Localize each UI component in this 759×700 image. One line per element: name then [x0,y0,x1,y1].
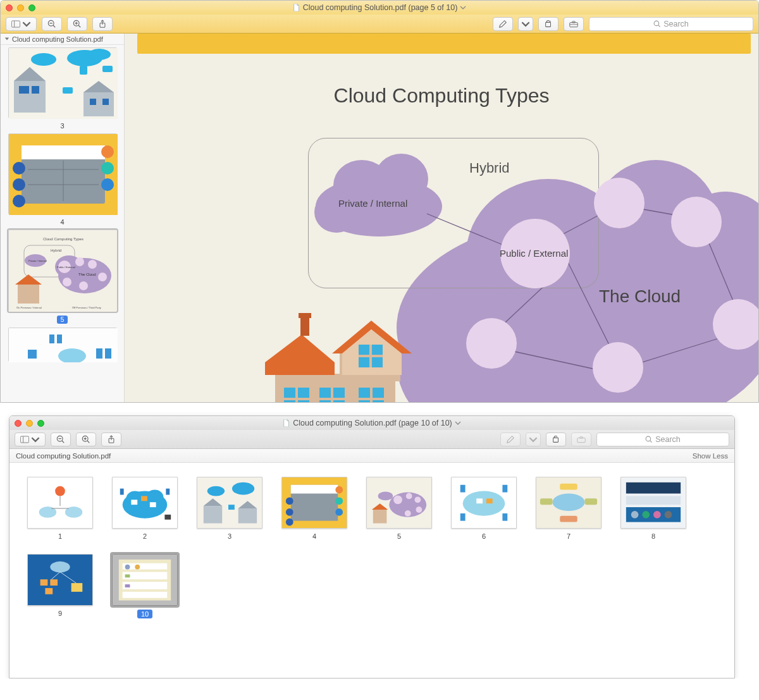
svg-rect-105 [20,436,28,442]
page-thumbnail-5[interactable]: Cloud Computing Types Hybrid Private / I… [8,230,117,312]
grid-label: 8 [651,532,655,540]
grid-thumb-9[interactable]: 9 [27,554,93,618]
grid-thumb-8[interactable]: 8 [620,477,686,540]
zoom-out-button[interactable] [42,17,62,31]
svg-marker-81 [265,335,335,375]
chevron-down-icon[interactable] [455,420,461,426]
svg-rect-30 [90,99,96,105]
svg-rect-67 [28,350,37,359]
page-canvas[interactable]: Cloud Computing Types [125,34,758,402]
svg-line-108 [62,441,64,443]
grid-label: 5 [397,532,401,540]
thumb-label-3: 3 [60,122,64,130]
grid-label: 7 [567,532,571,540]
page-thumbnail-6[interactable] [8,328,117,362]
svg-text:Public / External: Public / External [57,266,75,269]
share-button[interactable] [92,17,113,31]
page-thumbnail-3[interactable] [8,47,117,118]
search-icon [645,436,653,443]
page-thumbnail-4[interactable] [8,133,117,214]
svg-rect-176 [540,498,553,505]
svg-point-182 [631,511,639,519]
toolbox-button[interactable] [571,433,591,446]
svg-line-111 [87,441,89,443]
toolbox-button[interactable] [564,17,584,31]
zoom-icon[interactable] [37,420,44,427]
svg-point-187 [50,562,70,573]
svg-line-3 [53,25,55,27]
view-mode-button[interactable] [6,17,37,31]
svg-rect-191 [71,583,83,592]
zoom-out-button[interactable] [51,433,71,446]
share-button[interactable] [101,433,121,446]
svg-rect-133 [150,502,156,507]
titlebar[interactable]: Cloud computing Solution.pdf (page 10 of… [9,416,734,430]
grid-thumb-2[interactable]: 2 [112,477,178,540]
zoom-in-button[interactable] [76,433,96,446]
thumb-label-4: 4 [60,218,64,226]
markup-button[interactable] [493,17,513,31]
markup-dropdown-button[interactable] [526,433,541,446]
grid-thumb-7[interactable]: 7 [536,477,602,540]
grid-thumb-4[interactable]: 4 [281,477,347,540]
markup-button[interactable] [500,433,521,446]
titlebar[interactable]: Cloud computing Solution.pdf (page 5 of … [1,1,758,15]
grid-thumb-6[interactable]: 6 [451,477,517,540]
search-field[interactable]: Search [596,433,729,446]
private-label: Private / Internal [338,198,407,209]
svg-point-165 [463,491,505,516]
rotate-button[interactable] [538,17,558,31]
svg-point-152 [286,508,293,516]
window-title-text: Cloud computing Solution.pdf (page 5 of … [303,3,458,12]
svg-point-35 [101,145,114,158]
search-placeholder: Search [663,20,689,28]
traffic-lights [6,4,35,11]
close-icon[interactable] [6,4,13,11]
svg-line-16 [658,25,660,27]
search-field[interactable]: Search [589,17,753,31]
svg-point-36 [101,162,114,175]
grid-thumb-5[interactable]: 5 [366,477,432,540]
subbar-filename: Cloud computing Solution.pdf [16,452,111,460]
show-less-link[interactable]: Show Less [693,452,728,460]
svg-rect-134 [120,489,124,495]
svg-rect-179 [626,482,681,494]
preview-window-page5: Cloud computing Solution.pdf (page 5 of … [0,0,759,403]
svg-rect-66 [57,335,62,343]
grid-thumb-10[interactable]: 10 [112,554,178,618]
svg-rect-144 [228,505,235,510]
svg-point-200 [125,565,130,570]
chevron-down-icon[interactable] [460,4,466,11]
sidebar-header[interactable]: Cloud computing Solution.pdf [1,34,124,45]
svg-rect-135 [166,489,170,495]
svg-point-184 [653,511,661,519]
node-4 [593,342,643,393]
zoom-in-button[interactable] [67,17,87,31]
node-2 [671,197,722,247]
markup-dropdown-button[interactable] [518,17,533,31]
grid-thumb-3[interactable]: 3 [197,477,262,540]
grid-thumb-1[interactable]: 1 [27,477,93,540]
svg-rect-21 [80,66,87,75]
svg-rect-116 [553,438,558,442]
svg-rect-22 [102,66,113,72]
svg-rect-189 [50,579,58,586]
diagram-title: Cloud Computing Types [125,84,758,107]
svg-rect-169 [502,513,507,521]
svg-rect-65 [49,335,54,343]
zoom-icon[interactable] [28,4,35,11]
grid-label: 6 [482,532,486,540]
minimize-icon[interactable] [17,4,24,11]
search-placeholder: Search [655,435,681,444]
thumbnails-list[interactable]: 3 [1,45,124,402]
contact-sheet-grid[interactable]: 1 2 3 4 5 6 7 [9,463,734,678]
close-icon[interactable] [15,420,22,427]
svg-point-139 [207,486,225,496]
svg-rect-132 [141,496,147,501]
view-mode-button[interactable] [15,433,46,446]
minimize-icon[interactable] [26,420,33,427]
rotate-button[interactable] [546,433,566,446]
svg-point-158 [406,493,412,500]
svg-rect-28 [19,86,29,94]
svg-rect-162 [373,510,387,524]
